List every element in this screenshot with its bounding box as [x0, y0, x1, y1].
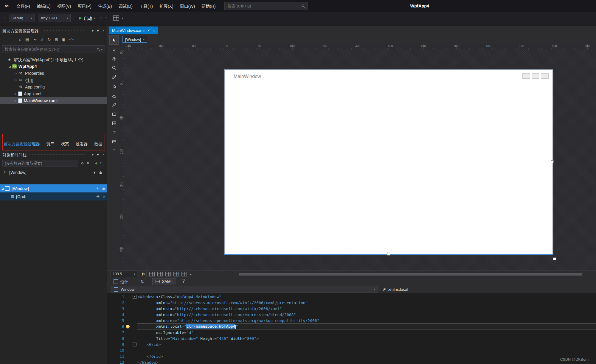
pin-icon[interactable]: [96, 153, 100, 156]
chevron-down-icon[interactable]: ▾: [92, 29, 94, 33]
member-breadcrumb[interactable]: xmlns:local: [382, 287, 408, 292]
code-line[interactable]: 9− <Grid>: [107, 341, 596, 347]
lightbulb-icon[interactable]: [126, 325, 130, 328]
element-breadcrumb-dropdown[interactable]: Window ▾: [111, 286, 378, 293]
timeline-item[interactable]: ⊞[Grid]○: [0, 192, 107, 200]
tree-item[interactable]: ▷MainWindow.xaml: [0, 97, 107, 104]
opacity-circle-icon[interactable]: ○: [103, 195, 105, 198]
toolbox-overflow-icon[interactable]: »: [113, 147, 115, 151]
timeline-item[interactable]: ◢[Window]: [0, 184, 107, 192]
snaplines-icon[interactable]: [173, 272, 179, 276]
fold-collapse-icon[interactable]: −: [133, 295, 136, 299]
tree-item[interactable]: ▷⚒Properties: [0, 70, 107, 77]
code-line[interactable]: 8 Title="MainWindow" Height="450" Width=…: [107, 335, 596, 341]
pen-tool-icon[interactable]: [110, 100, 118, 109]
eye-icon[interactable]: [92, 171, 97, 174]
eye-icon[interactable]: [96, 195, 100, 198]
menu-item[interactable]: 生成(B): [95, 0, 115, 12]
quick-search-box[interactable]: [224, 2, 308, 10]
zoom-dropdown[interactable]: 109.5... ▾: [111, 271, 137, 277]
show-grid-icon[interactable]: [149, 272, 155, 276]
expander-arrow-icon[interactable]: ▷: [13, 72, 18, 75]
fold-margin[interactable]: −: [131, 343, 137, 346]
code-line[interactable]: 5 xmlns:mc="http://schemas.openxmlformat…: [107, 318, 596, 323]
scope-up-icon[interactable]: [3, 171, 7, 174]
double-chevron-down-icon[interactable]: [81, 161, 84, 165]
close-icon[interactable]: ×: [102, 29, 104, 33]
grid-tool-icon[interactable]: [110, 119, 118, 128]
code-line[interactable]: 4 xmlns:d="http://schemas.microsoft.com/…: [107, 312, 596, 318]
expander-arrow-icon[interactable]: ▷: [13, 99, 18, 102]
design-canvas[interactable]: MainWindow: [124, 49, 596, 270]
solution-explorer-search[interactable]: ▾: [2, 45, 105, 53]
start-debugging-button[interactable]: 启动 ▾: [77, 14, 97, 22]
content-control-tool-icon[interactable]: [110, 137, 118, 146]
scrollbar-thumb[interactable]: [239, 273, 582, 276]
panel-drag-handle[interactable]: [30, 154, 86, 155]
document-tab-mainwindow[interactable]: MainWindow.xaml ×: [109, 27, 158, 34]
swap-panes-icon[interactable]: ⇅: [141, 279, 144, 284]
selection-tool-icon[interactable]: [109, 35, 119, 45]
chevron-down-icon[interactable]: ▾: [101, 48, 103, 51]
xaml-code-editor[interactable]: 1−<Window x:Class="WpfApp4.MainWindow"2 …: [107, 293, 596, 364]
expander-arrow-icon[interactable]: ◢: [7, 65, 12, 68]
code-line[interactable]: 11 </Grid>: [107, 353, 596, 359]
view-code-icon[interactable]: <>: [69, 37, 74, 41]
tree-item[interactable]: ▷App.xaml: [0, 90, 107, 97]
zoom-tool-icon[interactable]: [110, 63, 118, 72]
pending-changes-filter-icon[interactable]: ◔▾: [33, 37, 36, 42]
lock-icon[interactable]: [102, 187, 105, 190]
eraser-tool-icon[interactable]: [110, 91, 118, 100]
pin-icon[interactable]: [147, 29, 150, 32]
resize-handle-right[interactable]: [551, 160, 554, 163]
menu-item[interactable]: 视图(V): [54, 0, 74, 12]
code-line[interactable]: 3 xmlns:x="http://schemas.microsoft.com/…: [107, 306, 596, 312]
selected-element-chip[interactable]: [Window] ▾: [122, 36, 147, 43]
expander-arrow-icon[interactable]: ▷: [13, 79, 18, 82]
collapse-left-icon[interactable]: ◂: [190, 272, 191, 276]
fold-collapse-icon[interactable]: −: [133, 343, 136, 346]
direct-selection-tool-icon[interactable]: [110, 45, 118, 54]
effects-toggle-button[interactable]: fx: [140, 271, 147, 277]
design-window[interactable]: MainWindow: [224, 69, 553, 254]
paint-bucket-tool-icon[interactable]: [110, 82, 118, 91]
grid-options-icon[interactable]: [113, 15, 119, 21]
collapse-all-icon[interactable]: ⊟: [55, 37, 58, 42]
search-icon[interactable]: [301, 4, 305, 8]
annotations-toggle-icon[interactable]: [181, 272, 187, 276]
add-storyboard-icon[interactable]: +: [95, 161, 97, 166]
chevron-down-icon[interactable]: ▾: [100, 161, 102, 164]
search-icon[interactable]: ▾: [97, 48, 103, 51]
menu-item[interactable]: 文件(F): [13, 0, 33, 12]
text-tool-icon[interactable]: [110, 128, 118, 137]
menu-item[interactable]: 工具(T): [136, 0, 156, 12]
tree-item[interactable]: ⚙App.config: [0, 83, 107, 90]
nav-forward-icon[interactable]: →: [11, 37, 15, 42]
home-icon[interactable]: ⌂: [19, 37, 21, 42]
xaml-view-tab[interactable]: XAML: [152, 278, 176, 285]
solution-explorer-search-input[interactable]: [4, 47, 97, 52]
popout-pane-icon[interactable]: [180, 280, 184, 283]
close-icon[interactable]: ×: [153, 28, 155, 33]
chevron-down-icon[interactable]: ▾: [92, 153, 94, 157]
tree-item[interactable]: ◢WpfApp4: [0, 63, 107, 70]
eye-icon[interactable]: [95, 187, 100, 190]
properties-shortcut-icon[interactable]: ▣: [62, 37, 65, 42]
code-line[interactable]: 10: [107, 347, 596, 353]
nav-back-icon[interactable]: ←: [4, 37, 7, 42]
snap-grid-icon[interactable]: [157, 272, 163, 276]
panel-drag-handle[interactable]: [42, 30, 86, 32]
close-icon[interactable]: ×: [102, 153, 104, 157]
menu-item[interactable]: 项目(P): [74, 0, 95, 12]
code-line[interactable]: 2 xmlns="http://schemas.microsoft.com/wi…: [107, 300, 596, 306]
tree-item[interactable]: ▷⊞引用: [0, 77, 107, 83]
code-line[interactable]: 1−<Window x:Class="WpfApp4.MainWindow": [107, 294, 596, 300]
tree-item[interactable]: ◈解决方案"WpfApp4"(1 个项目/共 1 个): [0, 56, 107, 63]
fold-margin[interactable]: −: [131, 295, 137, 299]
expander-arrow-icon[interactable]: ▷: [13, 92, 18, 95]
expander-arrow-icon[interactable]: ◢: [0, 187, 5, 190]
lock-icon[interactable]: [99, 171, 102, 174]
quick-search-input[interactable]: [227, 4, 301, 9]
design-view-tab[interactable]: 设计: [114, 279, 128, 284]
code-line[interactable]: 12</Window>: [107, 359, 596, 364]
